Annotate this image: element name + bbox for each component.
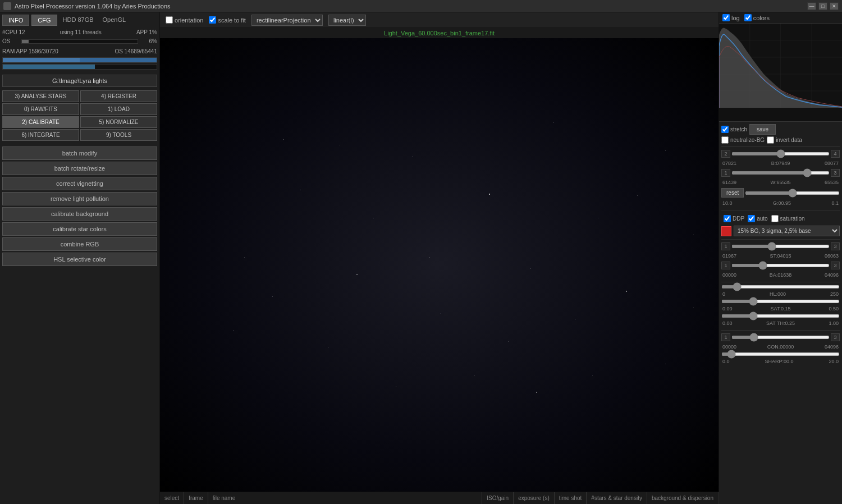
os-progress-section: OS 6% <box>2 38 157 45</box>
tools-section: batch modify batch rotate/resize correct… <box>2 146 157 266</box>
slider1-left: 2 <box>721 150 730 158</box>
slider-row-1: 2 4 <box>721 150 840 158</box>
slider-g[interactable] <box>745 191 840 195</box>
combine-rgb-button[interactable]: combine RGB <box>2 237 157 251</box>
cfg-button[interactable]: CFG <box>31 15 57 26</box>
slider6-values: 00000 BA:01638 04096 <box>721 272 840 278</box>
colors-checkbox[interactable] <box>744 14 752 21</box>
hl-slider[interactable] <box>721 285 840 288</box>
reset-button[interactable]: reset <box>721 188 744 198</box>
os-progress-fill <box>22 40 29 43</box>
path-display[interactable]: G:\Image\Lyra lights <box>2 75 157 87</box>
sat-slider[interactable] <box>721 300 840 303</box>
slider-1[interactable] <box>731 152 830 155</box>
status-col-select: select <box>160 492 184 504</box>
con-slider-row: 1 3 <box>721 333 840 341</box>
histogram-canvas <box>719 24 842 113</box>
slider-5[interactable] <box>731 245 830 248</box>
slider5-values: 01967 ST:04015 06063 <box>721 253 840 259</box>
auto-checkbox-label[interactable]: auto <box>748 215 767 222</box>
slider-2[interactable] <box>731 171 830 175</box>
workflow-btn-register[interactable]: 4) REGISTER <box>80 90 157 102</box>
os-label: OS <box>2 38 19 44</box>
left-panel: INFO CFG HDD 87GB OpenGL #CPU 12 using 1… <box>0 12 160 504</box>
stretch-save-row: stretch save <box>721 124 840 135</box>
minimize-button[interactable]: — <box>807 2 816 10</box>
slider6-left: 1 <box>721 262 730 269</box>
status-col-stars: #stars & star density <box>587 492 647 504</box>
calibrate-star-colors-button[interactable]: calibrate star colors <box>2 222 157 236</box>
slider5-right: 3 <box>831 242 840 250</box>
con-left: 1 <box>721 333 730 341</box>
stretch-checkbox[interactable] <box>721 126 729 133</box>
slider-row-2: 1 3 <box>721 169 840 177</box>
workflow-btn-normalize[interactable]: 5) NORMALIZE <box>80 116 157 128</box>
bg-mode-row: 15% BG, 3 sigma, 2,5% base <box>721 226 840 236</box>
con-values: 00000 CON:00000 04096 <box>721 344 840 350</box>
slider1-values: 07821 B:07949 08077 <box>721 161 840 166</box>
calibrate-background-button[interactable]: calibrate background <box>2 207 157 221</box>
center-area: orientation scale to fit rectilinearProj… <box>160 12 719 504</box>
saturation-checkbox[interactable] <box>771 215 779 222</box>
sharp-slider[interactable] <box>721 352 840 356</box>
correct-vignetting-button[interactable]: correct vignetting <box>2 177 157 190</box>
controls-area: stretch save neutralize-BG invert data 2 <box>719 122 842 368</box>
star-field <box>160 38 719 492</box>
ddp-row: DDP auto saturation <box>721 213 840 224</box>
status-col-filename: file name <box>208 492 483 504</box>
scale-to-fit-checkbox[interactable] <box>209 16 216 24</box>
invert-data-checkbox[interactable] <box>767 136 774 144</box>
slider-6[interactable] <box>731 264 830 267</box>
hdd-label: HDD 87GB <box>60 15 97 26</box>
slider2-values: 61439 W:65535 65535 <box>721 180 840 185</box>
sat-th-slider-row <box>721 314 840 318</box>
workflow-btn-load[interactable]: 1) LOAD <box>80 103 157 115</box>
save-button[interactable]: save <box>749 124 776 135</box>
ddp-checkbox-label[interactable]: DDP <box>724 215 744 222</box>
projection-dropdown[interactable]: rectilinearProjection <box>251 15 323 26</box>
cpu-label: #CPU 12 <box>2 29 25 35</box>
red-indicator <box>721 226 731 236</box>
top-bar: orientation scale to fit rectilinearProj… <box>160 12 719 28</box>
orientation-checkbox[interactable] <box>166 16 173 24</box>
status-bar: select frame file name ISO/gain exposure… <box>160 492 719 504</box>
maximize-button[interactable]: □ <box>818 2 827 10</box>
slider2-left: 1 <box>721 169 730 177</box>
auto-checkbox[interactable] <box>748 215 755 222</box>
colors-checkbox-label[interactable]: colors <box>744 14 770 21</box>
batch-rotate-resize-button[interactable]: batch rotate/resize <box>2 162 157 175</box>
image-viewport[interactable] <box>160 38 719 492</box>
workflow-btn-analyse[interactable]: 3) ANALYSE STARS <box>2 90 79 102</box>
orientation-checkbox-label[interactable]: orientation <box>166 16 203 24</box>
batch-modify-button[interactable]: batch modify <box>2 146 157 160</box>
info-button[interactable]: INFO <box>2 15 29 26</box>
scale-to-fit-checkbox-label[interactable]: scale to fit <box>209 16 246 24</box>
title-bar: Astro Pixel Processor version 1.064 by A… <box>0 0 842 12</box>
os-progress-bar <box>21 39 138 44</box>
hsl-selective-color-button[interactable]: HSL selective color <box>2 253 157 266</box>
sat-values: 0.00 SAT:0.15 0.50 <box>721 306 840 311</box>
invert-data-checkbox-label[interactable]: invert data <box>767 136 802 144</box>
workflow-btn-calibrate[interactable]: 2) CALIBRATE <box>2 116 79 128</box>
workflow-grid: 3) ANALYSE STARS 4) REGISTER 0) RAW/FITS… <box>2 90 157 141</box>
window-controls: — □ ✕ <box>807 2 839 10</box>
neutralize-bg-checkbox-label[interactable]: neutralize-BG <box>721 136 765 144</box>
remove-light-pollution-button[interactable]: remove light pollution <box>2 192 157 205</box>
saturation-checkbox-label[interactable]: saturation <box>771 215 805 222</box>
con-slider[interactable] <box>731 336 830 339</box>
workflow-btn-tools[interactable]: 9) TOOLS <box>80 129 157 141</box>
neutralize-bg-checkbox[interactable] <box>721 136 729 144</box>
log-checkbox[interactable] <box>722 14 730 21</box>
sat-th-slider[interactable] <box>721 314 840 318</box>
reset-values: 10.0 G:00.95 0.1 <box>721 200 840 206</box>
stretch-checkbox-label[interactable]: stretch <box>721 126 747 133</box>
slider5-left: 1 <box>721 242 730 250</box>
ddp-checkbox[interactable] <box>724 215 731 222</box>
workflow-btn-integrate[interactable]: 6) INTEGRATE <box>2 129 79 141</box>
linear-dropdown[interactable]: linear(l) <box>328 15 366 26</box>
workflow-btn-rawfits[interactable]: 0) RAW/FITS <box>2 103 79 115</box>
log-checkbox-label[interactable]: log <box>722 14 740 21</box>
close-button[interactable]: ✕ <box>830 2 839 10</box>
slider-row-5: 1 3 <box>721 242 840 250</box>
bg-mode-dropdown[interactable]: 15% BG, 3 sigma, 2,5% base <box>734 226 840 236</box>
